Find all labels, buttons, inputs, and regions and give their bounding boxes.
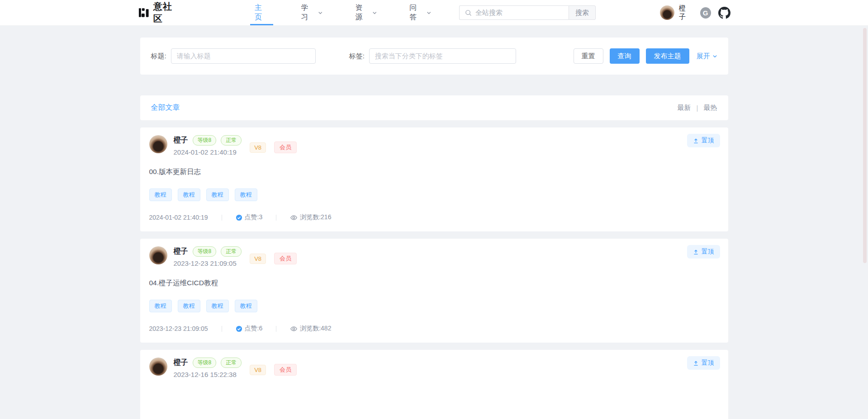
pin-button[interactable]: 置顶 [687, 356, 720, 370]
footer-date: 2024-01-02 21:40:19 [149, 214, 208, 221]
level-badge: 等级8 [193, 246, 217, 257]
chevron-down-icon [712, 54, 717, 59]
nav-item-resources[interactable]: 资源 [351, 0, 381, 25]
likes-label: 点赞:6 [245, 325, 263, 333]
post-card: 置顶 橙子 等级8 正常 2023-12-16 15:22:38 V8 会员 [140, 350, 728, 419]
search-placeholder: 全站搜索 [475, 9, 503, 17]
eye-icon [290, 214, 298, 221]
github-icon[interactable] [718, 7, 730, 19]
likes-count: 点赞:3 [236, 213, 263, 221]
chevron-down-icon [318, 10, 323, 15]
views-label: 浏览数:216 [300, 213, 331, 221]
views-count: 浏览数:216 [290, 213, 331, 221]
post-datetime: 2024-01-02 21:40:19 [174, 148, 242, 156]
filter-bar: 标题: 标签: 重置 查询 发布主题 展开 [140, 38, 728, 75]
post-card: 置顶 橙子 等级8 正常 2023-12-23 21:09:05 V8 会员 0… [140, 239, 728, 343]
sort-divider: | [697, 104, 698, 112]
footer-date: 2023-12-23 21:09:05 [149, 325, 208, 332]
pin-button[interactable]: 置顶 [687, 245, 720, 259]
post-tag[interactable]: 教程 [149, 188, 172, 201]
avatar[interactable] [149, 358, 167, 376]
status-badge: 正常 [221, 246, 242, 257]
sort-hottest[interactable]: 最热 [704, 104, 717, 112]
post-datetime: 2023-12-23 21:09:05 [174, 259, 242, 267]
pin-top-icon [693, 249, 699, 255]
eye-icon [290, 325, 298, 333]
scrollbar[interactable] [862, 0, 868, 419]
avatar[interactable] [660, 5, 674, 20]
nav-item-label: 问答 [409, 3, 423, 22]
top-navbar: 意社区 主页 学习 资源 问答 全站搜索 搜索 [0, 0, 868, 26]
reset-button[interactable]: 重置 [574, 48, 603, 64]
publish-topic-button[interactable]: 发布主题 [646, 48, 689, 64]
vip-badge: V8 [250, 142, 266, 153]
pin-button[interactable]: 置顶 [687, 134, 720, 147]
vip-badge: V8 [250, 365, 266, 375]
divider [276, 215, 276, 221]
title-filter-input[interactable] [171, 48, 316, 64]
likes-count: 点赞:6 [236, 325, 263, 333]
nav-item-learn[interactable]: 学习 [297, 0, 327, 25]
status-badge: 正常 [221, 358, 242, 368]
level-badge: 等级8 [193, 135, 217, 146]
avatar[interactable] [149, 246, 167, 264]
pin-top-icon [693, 138, 699, 144]
all-articles-tab[interactable]: 全部文章 [151, 103, 180, 113]
site-search: 全站搜索 搜索 [459, 5, 596, 20]
author-name[interactable]: 橙子 [174, 247, 188, 256]
post-tag[interactable]: 教程 [149, 300, 172, 312]
search-icon [465, 9, 472, 16]
views-label: 浏览数:482 [300, 325, 331, 333]
sort-controls: 最新 | 最热 [678, 104, 717, 112]
nav-item-label: 学习 [301, 3, 315, 22]
like-check-icon [236, 325, 242, 332]
post-card: 置顶 橙子 等级8 正常 2024-01-02 21:40:19 V8 会员 0… [140, 127, 728, 231]
post-datetime: 2023-12-16 15:22:38 [174, 371, 242, 378]
post-tag[interactable]: 教程 [178, 300, 200, 312]
chevron-down-icon [372, 10, 377, 15]
post-title[interactable]: 04.橙子运维CICD教程 [149, 278, 719, 288]
author-name[interactable]: 橙子 [174, 358, 188, 367]
level-badge: 等级8 [193, 358, 217, 368]
status-badge: 正常 [221, 135, 242, 146]
tag-filter-label: 标签: [349, 52, 365, 61]
member-badge: 会员 [274, 253, 297, 264]
pin-label: 置顶 [702, 248, 714, 256]
nav-item-label: 主页 [255, 3, 269, 22]
pin-top-icon [693, 360, 699, 366]
vip-badge: V8 [250, 254, 266, 264]
query-button[interactable]: 查询 [610, 48, 640, 64]
likes-label: 点赞:3 [245, 213, 263, 221]
author-name[interactable]: 橙子 [174, 136, 188, 145]
logo-icon [138, 7, 150, 19]
nav-item-home[interactable]: 主页 [250, 0, 273, 25]
scrollbar-thumb[interactable] [863, 28, 867, 263]
post-title[interactable]: 00.版本更新日志 [149, 167, 719, 177]
site-logo[interactable]: 意社区 [138, 0, 181, 25]
chevron-down-icon [427, 10, 431, 15]
search-input[interactable]: 全站搜索 [459, 5, 569, 20]
title-filter-label: 标题: [151, 52, 166, 61]
nav-item-qa[interactable]: 问答 [405, 0, 436, 25]
site-name: 意社区 [153, 0, 181, 25]
avatar[interactable] [149, 135, 167, 153]
user-area: 橙子 G [660, 4, 730, 21]
post-tag[interactable]: 教程 [235, 300, 257, 312]
expand-label: 展开 [697, 52, 710, 61]
username[interactable]: 橙子 [679, 4, 692, 21]
main-nav: 主页 学习 资源 问答 [250, 0, 459, 25]
search-button[interactable]: 搜索 [569, 5, 596, 20]
gitee-icon[interactable]: G [700, 7, 711, 19]
tag-filter-input[interactable] [369, 48, 516, 64]
member-badge: 会员 [274, 364, 297, 376]
member-badge: 会员 [274, 141, 297, 153]
expand-toggle[interactable]: 展开 [697, 52, 717, 61]
post-tag[interactable]: 教程 [235, 188, 257, 201]
divider [222, 215, 222, 221]
pin-label: 置顶 [702, 359, 714, 367]
pin-label: 置顶 [702, 137, 714, 145]
post-tag[interactable]: 教程 [178, 188, 200, 201]
sort-newest[interactable]: 最新 [678, 104, 691, 112]
post-tag[interactable]: 教程 [206, 300, 229, 312]
post-tag[interactable]: 教程 [206, 188, 229, 201]
